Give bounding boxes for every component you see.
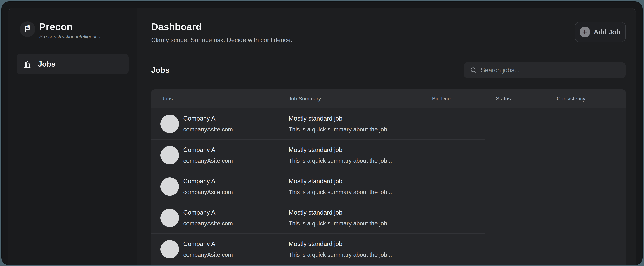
job-summary-text: This is a quick summary about the job... [289,157,432,164]
job-summary-title: Mostly standard job [289,146,432,154]
table-body: Company A companyAsite.com Mostly standa… [151,108,626,265]
company-domain: companyAsite.com [183,126,233,133]
company-domain: companyAsite.com [183,252,233,258]
precon-logo-icon: P ⚙ [20,21,35,37]
company-text: Company A companyAsite.com [183,178,233,196]
job-summary-cell: Mostly standard job This is a quick summ… [289,146,432,164]
company-domain: companyAsite.com [183,157,233,164]
avatar [160,177,179,196]
company-text: Company A companyAsite.com [183,146,233,164]
company-domain: companyAsite.com [183,220,233,227]
job-summary-title: Mostly standard job [289,178,432,185]
add-job-button[interactable]: + Add Job [575,22,626,42]
avatar [160,115,179,133]
job-summary-cell: Mostly standard job This is a quick summ… [289,240,432,258]
avatar [160,209,179,227]
company-name: Company A [183,240,233,248]
column-header-status: Status [496,96,557,102]
search-input[interactable] [480,66,621,74]
job-summary-title: Mostly standard job [289,209,432,216]
avatar [160,240,179,259]
jobs-section-title: Jobs [151,65,170,75]
column-header-jobs: Jobs [151,96,289,102]
table-row[interactable]: Company A companyAsite.com Mostly standa… [151,108,626,140]
jobs-section-header: Jobs [151,62,626,78]
job-summary-text: This is a quick summary about the job... [289,252,432,258]
company-name: Company A [183,115,233,122]
main-content: Dashboard Clarify scope. Surface risk. D… [137,8,636,265]
app-window: P ⚙ Precon Pre-construction intelligence [1,1,643,265]
brand: P ⚙ Precon Pre-construction intelligence [20,21,137,39]
company-text: Company A companyAsite.com [183,115,233,133]
plus-icon: + [580,27,590,37]
column-header-consistency: Consistency [557,96,626,102]
sidebar-item-jobs[interactable]: Jobs [17,54,129,74]
column-header-bid-due: Bid Due [432,96,496,102]
page-title: Dashboard [151,22,292,32]
company-cell: Company A companyAsite.com [151,240,289,259]
search-icon [470,66,477,74]
jobs-table: Jobs Job Summary Bid Due Status Consiste… [151,89,626,265]
company-cell: Company A companyAsite.com [151,146,289,164]
add-job-label: Add Job [594,28,620,36]
job-summary-text: This is a quick summary about the job... [289,189,432,195]
app-surface: P ⚙ Precon Pre-construction intelligence [8,8,636,265]
table-row[interactable]: Company A companyAsite.com Mostly standa… [151,202,626,234]
job-summary-cell: Mostly standard job This is a quick summ… [289,178,432,196]
company-text: Company A companyAsite.com [183,240,233,258]
company-cell: Company A companyAsite.com [151,177,289,196]
job-summary-title: Mostly standard job [289,240,432,248]
table-row[interactable]: Company A companyAsite.com Mostly standa… [151,171,626,202]
sidebar: P ⚙ Precon Pre-construction intelligence [8,8,137,265]
sidebar-nav: Jobs [17,54,129,74]
job-summary-title: Mostly standard job [289,115,432,122]
page-header-text: Dashboard Clarify scope. Surface risk. D… [151,22,292,43]
company-name: Company A [183,178,233,185]
avatar [160,146,179,164]
company-name: Company A [183,146,233,154]
job-summary-cell: Mostly standard job This is a quick summ… [289,209,432,227]
page-subtitle: Clarify scope. Surface risk. Decide with… [151,36,292,43]
page-header: Dashboard Clarify scope. Surface risk. D… [151,22,626,43]
search-box[interactable] [464,62,626,78]
table-header-row: Jobs Job Summary Bid Due Status Consiste… [151,89,626,108]
sidebar-item-label: Jobs [38,60,56,68]
company-text: Company A companyAsite.com [183,209,233,227]
job-summary-text: This is a quick summary about the job... [289,126,432,133]
desktop-background: P ⚙ Precon Pre-construction intelligence [0,0,644,266]
brand-text: Precon Pre-construction intelligence [39,21,100,39]
building-icon [23,59,32,68]
table-row[interactable]: Company A companyAsite.com Mostly standa… [151,140,626,171]
job-summary-cell: Mostly standard job This is a quick summ… [289,115,432,133]
app-name: Precon [39,21,100,32]
column-header-job-summary: Job Summary [289,96,432,102]
app-tagline: Pre-construction intelligence [39,34,100,39]
job-summary-text: This is a quick summary about the job... [289,220,432,227]
company-name: Company A [183,209,233,216]
gear-icon: ⚙ [26,24,30,29]
company-domain: companyAsite.com [183,189,233,195]
company-cell: Company A companyAsite.com [151,209,289,227]
table-row[interactable]: Company A companyAsite.com Mostly standa… [151,234,626,265]
company-cell: Company A companyAsite.com [151,115,289,133]
